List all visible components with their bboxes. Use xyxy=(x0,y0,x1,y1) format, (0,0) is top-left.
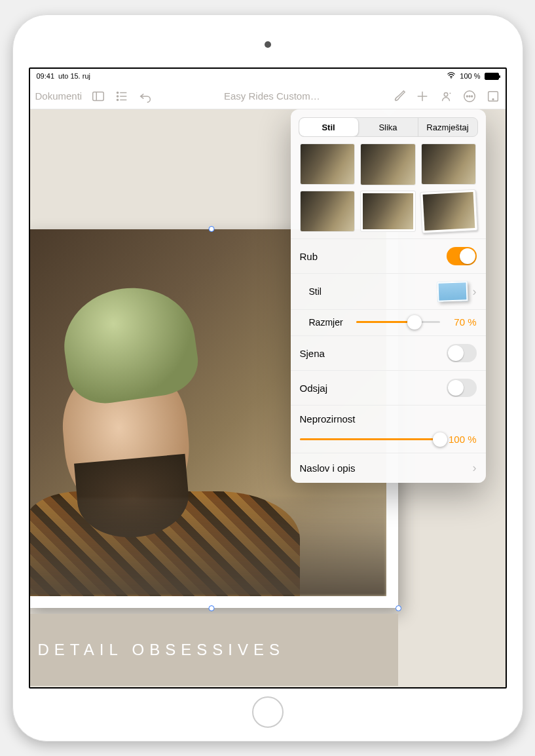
opacity-value: 100 % xyxy=(447,434,477,445)
status-time: 09:41 xyxy=(37,72,55,80)
outline-icon[interactable] xyxy=(115,89,129,104)
home-button[interactable] xyxy=(252,696,284,728)
scale-value: 70 % xyxy=(447,316,477,328)
title-desc-label: Naslov i opis xyxy=(300,463,356,474)
style-presets xyxy=(291,143,486,238)
style-preset-2[interactable] xyxy=(360,143,416,185)
tab-layout[interactable]: Razmještaj xyxy=(418,118,477,136)
chevron-right-icon: › xyxy=(473,285,477,299)
resize-handle-bottom-right[interactable] xyxy=(396,605,401,611)
title-desc-row[interactable]: Naslov i opis › xyxy=(291,453,486,483)
documents-back-button[interactable]: Dokumenti xyxy=(35,90,83,102)
scale-slider[interactable] xyxy=(356,321,440,323)
resize-handle-top[interactable] xyxy=(208,226,214,232)
battery-icon xyxy=(485,73,499,80)
svg-point-14 xyxy=(469,96,470,97)
border-style-swatch xyxy=(437,281,468,302)
svg-point-11 xyxy=(444,92,448,96)
border-scale-row: Razmjer 70 % xyxy=(291,309,486,335)
status-date: uto 15. ruj xyxy=(58,72,90,80)
battery-percent: 100 % xyxy=(460,72,480,80)
opacity-label-row: Neprozirnost xyxy=(291,405,486,432)
popover-arrow xyxy=(381,109,396,117)
scale-label: Razmjer xyxy=(309,317,350,328)
shadow-row: Sjena xyxy=(291,335,486,370)
opacity-slider-row: 100 % xyxy=(291,432,486,453)
undo-icon[interactable] xyxy=(138,89,153,104)
svg-point-17 xyxy=(492,98,494,100)
svg-point-3 xyxy=(117,92,119,93)
status-bar: 09:41 uto 15. ruj 100 % xyxy=(30,69,506,83)
format-popover: Stil Slika Razmještaj Rub S xyxy=(291,109,486,483)
resize-handle-bottom[interactable] xyxy=(208,605,214,611)
border-label: Rub xyxy=(300,251,318,262)
svg-point-4 xyxy=(117,95,119,96)
front-camera xyxy=(265,41,271,48)
style-preset-1[interactable] xyxy=(300,143,356,185)
svg-point-15 xyxy=(471,96,472,97)
caption-band: DETAIL OBSESSIVES xyxy=(30,614,398,686)
document-title[interactable]: Easy Rides Custom… xyxy=(224,90,320,102)
ipad-frame: 09:41 uto 15. ruj 100 % Dokumenti Easy R… xyxy=(12,14,523,742)
inspector-icon[interactable] xyxy=(486,89,500,104)
border-style-label: Stil xyxy=(309,286,322,297)
format-brush-icon[interactable] xyxy=(392,89,406,104)
collaborate-icon[interactable] xyxy=(439,89,453,104)
shadow-toggle[interactable] xyxy=(447,344,477,362)
svg-point-13 xyxy=(466,96,468,97)
style-preset-4[interactable] xyxy=(300,191,356,232)
border-row: Rub xyxy=(291,238,486,273)
style-preset-3[interactable] xyxy=(421,143,477,185)
tab-style[interactable]: Stil xyxy=(299,118,359,136)
reflection-row: Odsjaj xyxy=(291,370,486,405)
svg-rect-1 xyxy=(93,92,104,100)
tab-image[interactable]: Slika xyxy=(359,118,418,136)
document-canvas[interactable]: DETAIL OBSESSIVES Stil Slika Razmještaj xyxy=(30,109,506,687)
border-style-row[interactable]: Stil › xyxy=(291,273,486,309)
shadow-label: Sjena xyxy=(300,348,325,359)
format-tabs: Stil Slika Razmještaj xyxy=(299,117,478,137)
toolbar: Dokumenti Easy Rides Custom… xyxy=(30,83,506,109)
style-preset-6[interactable] xyxy=(420,189,477,233)
more-icon[interactable] xyxy=(462,89,477,104)
chevron-right-icon: › xyxy=(473,461,477,475)
wifi-icon xyxy=(447,72,456,80)
sidebar-toggle-icon[interactable] xyxy=(91,89,105,104)
reflection-label: Odsjaj xyxy=(300,383,328,394)
svg-point-0 xyxy=(451,77,452,79)
caption-text: DETAIL OBSESSIVES xyxy=(38,641,285,659)
opacity-slider[interactable] xyxy=(300,438,440,440)
screen: 09:41 uto 15. ruj 100 % Dokumenti Easy R… xyxy=(29,67,507,689)
reflection-toggle[interactable] xyxy=(447,379,477,397)
style-preset-5[interactable] xyxy=(360,191,416,233)
opacity-label: Neprozirnost xyxy=(300,413,356,425)
border-toggle[interactable] xyxy=(447,247,477,265)
svg-point-5 xyxy=(117,99,119,100)
insert-plus-icon[interactable] xyxy=(415,89,430,104)
